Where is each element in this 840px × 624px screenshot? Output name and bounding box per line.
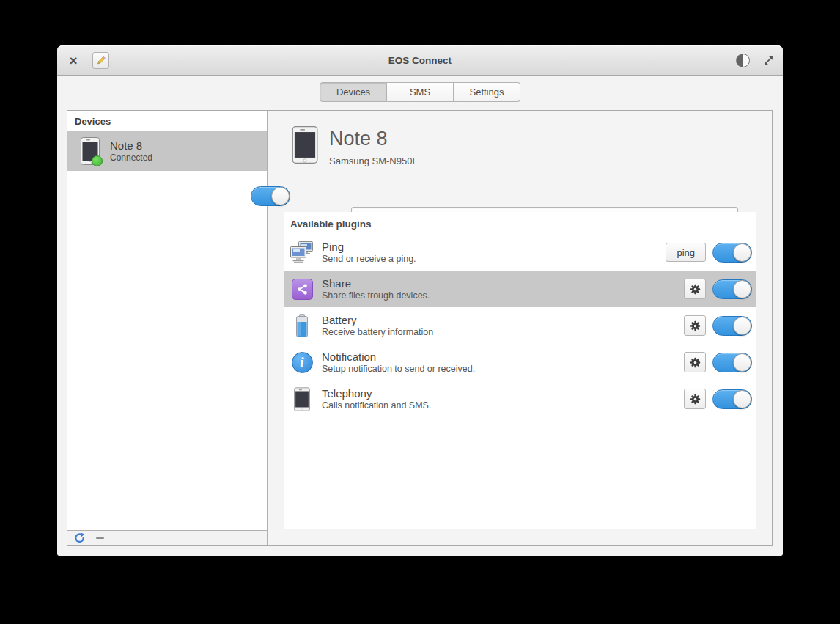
battery-settings-button[interactable] xyxy=(684,315,706,336)
mode-switcher: Devices SMS Settings xyxy=(57,82,783,102)
plugin-toggle-ping[interactable] xyxy=(712,243,752,263)
gear-icon xyxy=(689,356,701,369)
plugin-title: Ping xyxy=(322,241,666,253)
connected-status-dot xyxy=(92,155,103,166)
plugin-row-notification[interactable]: i Notification Setup notification to sen… xyxy=(284,344,756,381)
device-panel: Note 8 Samsung SM-N950F Custom name Avai… xyxy=(268,111,772,545)
device-list-item[interactable]: Note 8 Connected xyxy=(67,131,267,171)
plugin-description: Receive battery information xyxy=(322,327,684,337)
resize-icon[interactable] xyxy=(763,55,774,66)
plugin-description: Calls notification and SMS. xyxy=(322,400,684,411)
contrast-icon[interactable] xyxy=(736,54,750,67)
battery-icon xyxy=(289,314,315,337)
app-window: × EOS Connect Devices SMS Settings xyxy=(57,45,783,556)
plugin-description: Setup notification to send or received. xyxy=(322,364,684,374)
telephony-settings-button[interactable] xyxy=(684,389,706,409)
device-list: Note 8 Connected xyxy=(67,131,267,530)
titlebar: × EOS Connect xyxy=(57,45,783,76)
toggle-knob xyxy=(733,280,751,298)
plugin-row-share[interactable]: Share Share files trough devices. xyxy=(284,271,756,307)
device-model: Samsung SM-N950F xyxy=(329,155,418,166)
ping-action-button[interactable]: ping xyxy=(666,243,706,262)
share-icon xyxy=(292,279,313,300)
content-frame: Devices Note 8 Connected xyxy=(67,110,773,546)
toggle-knob xyxy=(733,390,751,408)
plugin-toggle-telephony[interactable] xyxy=(712,389,752,409)
info-icon: i xyxy=(292,352,313,373)
plugin-toggle-notification[interactable] xyxy=(712,353,752,372)
share-settings-button[interactable] xyxy=(684,279,706,299)
device-enabled-toggle[interactable] xyxy=(251,186,290,206)
gear-icon xyxy=(689,393,701,405)
remove-device-icon[interactable] xyxy=(96,537,104,539)
network-computers-icon xyxy=(289,241,315,264)
plugins-header: Available plugins xyxy=(284,212,756,234)
toggle-knob xyxy=(733,353,751,372)
plugin-description: Send or receive a ping. xyxy=(322,254,666,264)
device-sidebar: Devices Note 8 Connected xyxy=(67,111,268,545)
phone-icon xyxy=(81,137,100,165)
phone-icon xyxy=(292,126,318,164)
plugin-toggle-battery[interactable] xyxy=(712,316,752,336)
plugin-row-telephony[interactable]: Telephony Calls notification and SMS. xyxy=(284,381,756,417)
device-status: Connected xyxy=(110,153,152,163)
sidebar-header: Devices xyxy=(67,111,267,131)
plugin-row-ping[interactable]: Ping Send or receive a ping. ping xyxy=(284,234,756,271)
plugin-title: Notification xyxy=(322,350,684,363)
toggle-knob xyxy=(271,187,290,205)
tab-devices[interactable]: Devices xyxy=(320,82,387,102)
notification-settings-button[interactable] xyxy=(684,352,706,372)
window-title: EOS Connect xyxy=(57,55,783,66)
plugin-description: Share files trough devices. xyxy=(322,290,684,301)
plugin-row-battery[interactable]: Battery Receive battery information xyxy=(284,307,756,344)
refresh-icon[interactable] xyxy=(74,532,85,543)
plugin-title: Telephony xyxy=(322,387,684,400)
toggle-knob xyxy=(733,243,751,262)
phone-icon xyxy=(289,387,315,411)
gear-icon xyxy=(689,320,701,332)
device-name: Note 8 xyxy=(110,139,152,152)
gear-icon xyxy=(689,283,701,296)
plugins-card: Available plugins xyxy=(284,212,756,529)
plugin-toggle-share[interactable] xyxy=(712,279,752,299)
toggle-knob xyxy=(733,317,751,335)
tab-settings[interactable]: Settings xyxy=(454,82,520,102)
tab-sms[interactable]: SMS xyxy=(387,82,454,102)
sidebar-toolbar xyxy=(67,530,267,545)
plugin-title: Battery xyxy=(322,314,684,326)
plugin-title: Share xyxy=(322,277,684,290)
device-header: Note 8 Samsung SM-N950F xyxy=(292,126,772,166)
device-title: Note 8 xyxy=(329,128,418,150)
